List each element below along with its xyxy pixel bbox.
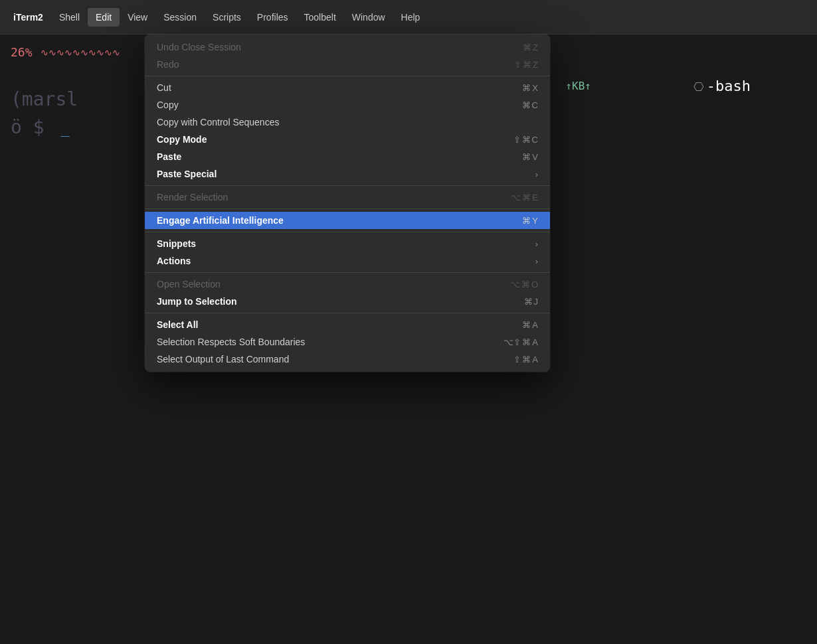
menu-shortcut-jump-to-selection: ⌘ J: [524, 297, 539, 307]
menu-item-render-selection[interactable]: Render Selection ⌥⌘ E: [145, 189, 550, 206]
separator-2: [145, 185, 550, 186]
menu-item-select-all[interactable]: Select All ⌘ A: [145, 316, 550, 333]
separator-1: [145, 76, 550, 76]
terminal-kb-label: ↑KB↑: [565, 80, 591, 92]
menu-shortcut-cut: ⌘ X: [522, 83, 538, 93]
edit-dropdown-menu: Undo Close Session ⌘ Z Redo ⇧⌘ Z Cut ⌘ X…: [145, 35, 550, 372]
menu-item-actions[interactable]: Actions ›: [145, 252, 550, 270]
terminal-bash-label: ⎔-bash: [693, 78, 751, 94]
menu-label-cut: Cut: [157, 82, 171, 93]
menubar-item-window[interactable]: Window: [344, 8, 393, 27]
menu-label-redo: Redo: [157, 59, 179, 70]
menu-item-paste-special[interactable]: Paste Special ›: [145, 165, 550, 183]
menu-item-paste[interactable]: Paste ⌘ V: [145, 148, 550, 165]
menu-item-selection-respects-soft-boundaries[interactable]: Selection Respects Soft Boundaries ⌥⇧⌘ A: [145, 333, 550, 351]
menu-label-select-output-of-last-command: Select Output of Last Command: [157, 354, 289, 364]
menu-item-open-selection[interactable]: Open Selection ⌥⌘ O: [145, 276, 550, 293]
menu-label-copy-mode: Copy Mode: [157, 134, 207, 145]
menu-item-redo[interactable]: Redo ⇧⌘ Z: [145, 56, 550, 73]
menu-label-undo-close-session: Undo Close Session: [157, 42, 241, 52]
menu-label-engage-ai: Engage Artificial Intelligence: [157, 215, 284, 226]
menu-shortcut-select-all: ⌘ A: [522, 320, 538, 330]
menu-label-paste: Paste: [157, 151, 181, 162]
menu-item-undo-close-session[interactable]: Undo Close Session ⌘ Z: [145, 39, 550, 56]
menubar-item-iterm2[interactable]: iTerm2: [5, 8, 51, 27]
menu-shortcut-copy: ⌘ C: [522, 100, 538, 110]
menubar-item-session[interactable]: Session: [155, 8, 205, 27]
menu-shortcut-render-selection: ⌥⌘ E: [511, 193, 538, 202]
separator-3: [145, 208, 550, 209]
separator-5: [145, 272, 550, 273]
menu-label-copy-with-control-sequences: Copy with Control Sequences: [157, 117, 279, 127]
menubar-item-shell[interactable]: Shell: [51, 8, 88, 27]
menu-shortcut-undo-close-session: ⌘ Z: [523, 42, 538, 52]
chevron-right-icon: ›: [535, 169, 538, 179]
terminal-cursor: _: [60, 120, 69, 137]
menu-item-snippets[interactable]: Snippets ›: [145, 235, 550, 252]
menu-shortcut-selection-respects-soft-boundaries: ⌥⇧⌘ A: [503, 337, 538, 347]
menu-label-snippets: Snippets: [157, 238, 196, 249]
terminal-percent: 26%: [11, 45, 33, 59]
menu-label-select-all: Select All: [157, 319, 199, 330]
menu-shortcut-engage-ai: ⌘ Y: [522, 216, 538, 226]
menu-label-actions: Actions: [157, 256, 191, 266]
menubar-item-profiles[interactable]: Profiles: [249, 8, 296, 27]
menu-label-open-selection: Open Selection: [157, 279, 221, 289]
menu-item-copy-mode[interactable]: Copy Mode ⇧⌘ C: [145, 131, 550, 148]
menu-shortcut-paste: ⌘ V: [522, 152, 538, 162]
menubar-item-view[interactable]: View: [120, 8, 155, 27]
menu-label-paste-special: Paste Special: [157, 169, 217, 179]
menubar-item-edit[interactable]: Edit: [88, 8, 120, 27]
chevron-right-actions-icon: ›: [535, 256, 538, 266]
menu-label-copy: Copy: [157, 100, 179, 110]
menu-item-cut[interactable]: Cut ⌘ X: [145, 79, 550, 96]
menu-item-jump-to-selection[interactable]: Jump to Selection ⌘ J: [145, 293, 550, 310]
menu-item-copy[interactable]: Copy ⌘ C: [145, 96, 550, 114]
menu-item-engage-ai[interactable]: Engage Artificial Intelligence ⌘ Y: [145, 212, 550, 229]
menubar-item-toolbelt[interactable]: Toolbelt: [296, 8, 344, 27]
separator-6: [145, 313, 550, 313]
menu-item-copy-with-control-sequences[interactable]: Copy with Control Sequences: [145, 114, 550, 131]
menu-shortcut-redo: ⇧⌘ Z: [514, 60, 538, 70]
menu-shortcut-copy-mode: ⇧⌘ C: [513, 135, 538, 145]
menubar: iTerm2 Shell Edit View Session Scripts P…: [0, 0, 817, 35]
menu-item-select-output-of-last-command[interactable]: Select Output of Last Command ⇧⌘ A: [145, 351, 550, 368]
terminal-graph: ∿∿∿∿∿∿∿∿∿∿: [41, 47, 120, 58]
menu-label-selection-respects-soft-boundaries: Selection Respects Soft Boundaries: [157, 337, 305, 347]
menu-shortcut-select-output-of-last-command: ⇧⌘ A: [513, 355, 538, 364]
menu-label-jump-to-selection: Jump to Selection: [157, 296, 237, 307]
separator-4: [145, 232, 550, 232]
chevron-right-snippets-icon: ›: [535, 239, 538, 249]
menu-shortcut-open-selection: ⌥⌘ O: [510, 280, 538, 289]
menubar-item-help[interactable]: Help: [393, 8, 428, 27]
menubar-item-scripts[interactable]: Scripts: [205, 8, 249, 27]
menu-label-render-selection: Render Selection: [157, 192, 228, 202]
